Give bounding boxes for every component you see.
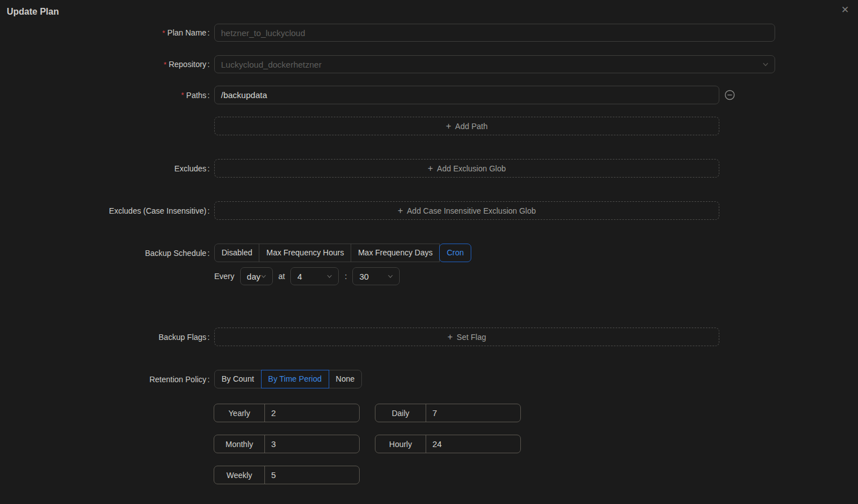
retention-option-by-count[interactable]: By Count [214,370,262,388]
excludes-label: Excludes [174,164,206,173]
plan-name-label: Plan Name [167,28,206,37]
cron-hour-value: 4 [297,272,302,281]
label-colon: : [207,375,210,384]
plus-icon: + [446,122,451,131]
chevron-down-icon [326,273,333,280]
paths-label: Paths [186,91,206,100]
add-path-button[interactable]: + Add Path [214,117,719,135]
retention-weekly-input[interactable] [265,466,359,484]
retention-monthly-input[interactable] [265,435,359,453]
row-repository: * Repository : Luckycloud_dockerhetzner [0,55,858,73]
schedule-option-max-frequency-hours[interactable]: Max Frequency Hours [259,244,351,262]
schedule-option-max-frequency-days[interactable]: Max Frequency Days [351,244,440,262]
label-colon: : [207,60,210,69]
repository-select-value: Luckycloud_dockerhetzner [221,60,321,69]
retention-field-hourly: Hourly [375,435,521,453]
path-input[interactable] [214,86,719,104]
row-paths: * Paths : [0,86,858,104]
row-excludes: Excludes : + Add Exclusion Glob [0,159,858,178]
chevron-down-icon [762,61,769,68]
modal-title: Update Plan [7,7,59,17]
chevron-down-icon [387,273,393,280]
plus-icon: + [448,333,453,342]
set-flag-button[interactable]: + Set Flag [214,328,719,346]
backup-schedule-label: Backup Schedule [145,249,206,258]
required-asterisk: * [163,61,166,68]
update-plan-form: * Plan Name : * Repository : Luckycloud_… [0,24,858,497]
retention-hourly-label: Hourly [375,435,426,453]
cron-at-label: at [278,272,285,281]
retention-yearly-input[interactable] [265,404,359,422]
retention-field-yearly: Yearly [214,404,360,422]
retention-daily-label: Daily [375,404,426,422]
label-colon: : [207,91,210,100]
retention-daily-input[interactable] [426,404,520,422]
add-path-label: Add Path [455,122,488,131]
add-exclusion-glob-label: Add Exclusion Glob [437,164,506,173]
retention-monthly-label: Monthly [214,435,265,453]
retention-option-by-time-period[interactable]: By Time Period [261,370,329,388]
row-cron-settings: Every day at 4 : 30 [0,267,858,285]
excludes-ci-label: Excludes (Case Insensitive) [109,206,206,215]
cron-period-value: day [247,272,260,281]
row-backup-flags: Backup Flags : + Set Flag [0,328,858,346]
retention-policy-label: Retention Policy [149,375,206,384]
retention-policy-radio-group: By Count By Time Period None [214,370,362,388]
retention-option-none[interactable]: None [329,370,362,388]
label-colon: : [207,333,210,342]
cron-every-label: Every [214,272,235,281]
row-add-path: + Add Path [0,117,858,135]
schedule-option-disabled[interactable]: Disabled [214,244,259,262]
minus-circle-icon [724,90,735,100]
cron-minute-select[interactable]: 30 [352,267,400,285]
schedule-option-cron[interactable]: Cron [439,244,471,262]
remove-path-button[interactable] [724,90,735,100]
retention-yearly-label: Yearly [214,404,265,422]
row-retention-fields: Yearly Daily Monthly Hourly [0,404,858,484]
plus-icon: + [397,206,403,215]
label-colon: : [207,164,210,173]
label-colon: : [207,206,210,215]
retention-field-daily: Daily [375,404,521,422]
plan-name-input [214,24,775,42]
chevron-down-icon [260,273,267,280]
required-asterisk: * [181,91,184,99]
add-exclusion-glob-button[interactable]: + Add Exclusion Glob [214,159,719,178]
cron-time-separator: : [344,272,347,281]
add-case-insensitive-exclusion-glob-button[interactable]: + Add Case Insensitive Exclusion Glob [214,201,719,220]
repository-select: Luckycloud_dockerhetzner [214,55,775,73]
label-colon: : [207,28,210,37]
close-icon[interactable]: ✕ [838,2,852,17]
label-colon: : [207,249,210,258]
retention-hourly-input[interactable] [426,435,520,453]
row-backup-schedule: Backup Schedule : Disabled Max Frequency… [0,244,858,262]
retention-field-monthly: Monthly [214,435,360,453]
row-excludes-case-insensitive: Excludes (Case Insensitive) : + Add Case… [0,201,858,220]
required-asterisk: * [162,29,165,37]
retention-fields-grid: Yearly Daily Monthly Hourly [214,404,521,484]
update-plan-modal: Update Plan ✕ * Plan Name : * Repository… [0,0,858,504]
plus-icon: + [428,164,433,173]
retention-weekly-label: Weekly [214,466,265,484]
retention-field-weekly: Weekly [214,466,360,484]
backup-flags-label: Backup Flags [158,333,206,342]
cron-minute-value: 30 [359,272,369,281]
cron-period-select[interactable]: day [240,267,273,285]
row-plan-name: * Plan Name : [0,24,858,42]
row-retention-policy: Retention Policy : By Count By Time Peri… [0,370,858,388]
add-ci-exclusion-glob-label: Add Case Insensitive Exclusion Glob [407,206,536,215]
backup-schedule-radio-group: Disabled Max Frequency Hours Max Frequen… [214,244,471,262]
cron-hour-select[interactable]: 4 [290,267,339,285]
repository-label: Repository [169,60,206,69]
set-flag-label: Set Flag [457,333,486,342]
